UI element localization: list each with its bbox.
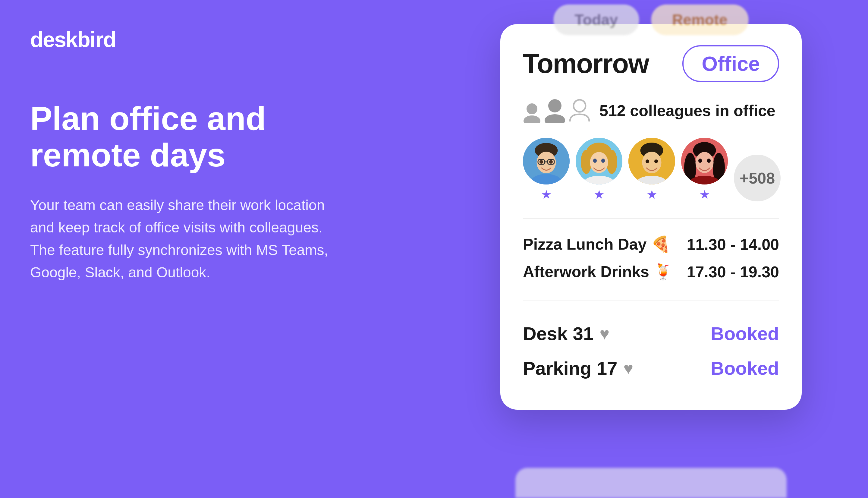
svg-point-18: [590, 152, 608, 173]
avatar-2: ★: [576, 138, 622, 201]
bottom-card-peek: [516, 468, 787, 498]
event-1-time: 11.30 - 14.00: [687, 235, 779, 253]
svg-point-11: [539, 160, 543, 164]
booking-1-name: Desk 31: [523, 323, 593, 344]
avatar-face-4: [681, 138, 728, 184]
event-2-time: 17.30 - 19.30: [687, 263, 779, 281]
svg-point-34: [707, 159, 711, 163]
event-2-name: Afterwork Drinks 🍹: [523, 263, 673, 281]
colleagues-row: 512 colleagues in office: [523, 99, 779, 123]
office-status-badge[interactable]: Office: [682, 45, 779, 82]
booking-1-status: Booked: [711, 323, 779, 344]
card-day-label: Tomorrow: [523, 48, 649, 79]
svg-point-12: [549, 160, 553, 164]
booking-row-2: Parking 17 ♥ Booked: [523, 351, 779, 385]
right-panel: Today Remote Tomorrow Office: [434, 0, 868, 498]
avatar-3: ★: [628, 138, 675, 201]
svg-point-3: [545, 114, 565, 123]
svg-point-33: [698, 159, 702, 163]
svg-point-25: [645, 159, 649, 163]
main-card: Tomorrow Office: [500, 24, 802, 410]
svg-point-4: [574, 100, 586, 112]
section-divider-2: [523, 301, 779, 301]
events-section: Pizza Lunch Day 🍕 11.30 - 14.00 Afterwor…: [523, 231, 779, 286]
svg-point-0: [526, 103, 537, 114]
avatar-overflow: +508: [734, 155, 780, 201]
booking-row-1: Desk 31 ♥ Booked: [523, 316, 779, 351]
svg-point-24: [642, 152, 662, 173]
logo: deskbird: [30, 27, 404, 52]
svg-point-26: [654, 159, 658, 163]
bookings-section: Desk 31 ♥ Booked Parking 17 ♥ Booked: [523, 313, 779, 385]
svg-point-32: [696, 152, 714, 173]
top-peek-row: Today Remote: [553, 0, 749, 35]
colleague-icon-3: [569, 99, 590, 123]
hero-headline: Plan office and remote days: [30, 100, 362, 173]
event-1-name: Pizza Lunch Day 🍕: [523, 235, 671, 253]
avatar-face-1: [523, 138, 570, 184]
avatar-star-1: ★: [541, 187, 552, 201]
card-header: Tomorrow Office: [523, 45, 779, 82]
avatar-4: ★: [681, 138, 728, 201]
colleague-icons: [523, 99, 590, 123]
section-divider-1: [523, 218, 779, 219]
booking-2-status: Booked: [711, 357, 779, 379]
colleague-icon-2: [544, 99, 566, 123]
svg-point-2: [548, 99, 561, 113]
avatar-star-2: ★: [594, 187, 604, 201]
svg-point-20: [601, 159, 605, 163]
brand-name: deskbird: [30, 27, 116, 52]
svg-point-19: [593, 159, 597, 163]
event-row-1: Pizza Lunch Day 🍕 11.30 - 14.00: [523, 231, 779, 258]
booking-1-label: Desk 31 ♥: [523, 323, 610, 344]
avatar-star-4: ★: [699, 187, 710, 201]
booking-1-heart-icon[interactable]: ♥: [599, 324, 610, 343]
peek-today-label: Today: [553, 4, 639, 35]
hero-description: Your team can easily share their work lo…: [30, 194, 347, 284]
avatars-row: ★: [523, 138, 779, 201]
avatar-star-3: ★: [646, 187, 657, 201]
svg-point-1: [523, 116, 540, 123]
booking-2-label: Parking 17 ♥: [523, 357, 633, 379]
booking-2-heart-icon[interactable]: ♥: [624, 359, 633, 378]
avatar-1: ★: [523, 138, 570, 201]
avatar-face-2: [576, 138, 622, 184]
avatar-face-3: [628, 138, 675, 184]
left-panel: deskbird Plan office and remote days You…: [0, 0, 434, 498]
booking-2-name: Parking 17: [523, 357, 617, 379]
colleague-icon-1: [523, 102, 541, 123]
peek-remote-label: Remote: [651, 4, 748, 35]
event-row-2: Afterwork Drinks 🍹 17.30 - 19.30: [523, 258, 779, 286]
avatar-overflow-count: +508: [739, 169, 775, 187]
colleagues-count-text: 512 colleagues in office: [599, 102, 775, 120]
